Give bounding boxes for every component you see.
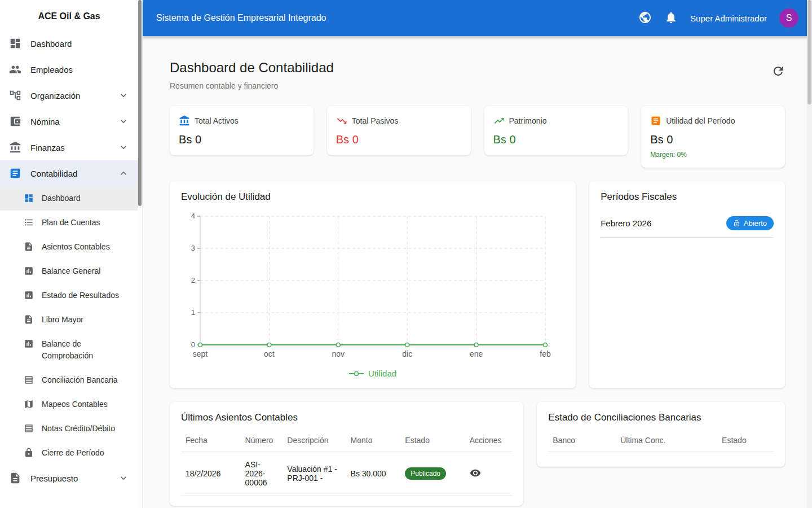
- list-icon: [24, 217, 34, 227]
- sidebar-item-finanzas[interactable]: Finanzas: [0, 134, 138, 160]
- sidebar-subitem-label: Plan de Cuentas: [42, 217, 100, 229]
- sidebar-item-presupuesto[interactable]: Presupuesto: [0, 465, 138, 491]
- dashboard-icon: [24, 193, 34, 203]
- refresh-button[interactable]: [771, 64, 785, 80]
- refresh-icon: [771, 64, 785, 80]
- document-icon: [24, 314, 34, 325]
- stat-value: Bs 0: [650, 133, 776, 146]
- map-icon: [24, 399, 34, 409]
- column-header-banco: Banco: [548, 431, 616, 452]
- sidebar-scrollbar-thumb[interactable]: [138, 0, 142, 206]
- chart-title: Evolución de Utilidad: [181, 191, 564, 203]
- table-row: 18/2/2026 ASI-2026-00006 Valuación #1 - …: [181, 452, 512, 496]
- stat-margin: Margen: 0%: [650, 151, 776, 159]
- people-icon: [9, 63, 21, 76]
- budget-icon: [9, 472, 21, 484]
- notifications-button[interactable]: [664, 11, 678, 26]
- status-badge: Publicado: [405, 467, 446, 480]
- sidebar-subitem-mapeos-contables[interactable]: Mapeos Contables: [0, 392, 138, 417]
- sidebar-subitem-conciliacion-bancaria[interactable]: Conciliación Bancaria: [0, 368, 138, 392]
- column-header-descripcion: Descripción: [283, 431, 346, 452]
- sidebar-subitem-balance-de-comprobacion[interactable]: Balance de Comprobación: [0, 332, 138, 368]
- cell-descripcion: Valuación #1 - PRJ-001 -: [283, 452, 346, 496]
- column-header-monto: Monto: [346, 431, 401, 452]
- chevron-down-icon: [118, 116, 129, 127]
- sidebar-item-nomina[interactable]: Nómina: [0, 108, 138, 134]
- bar-chart-icon: [24, 339, 34, 349]
- page-title: Dashboard de Contabilidad: [170, 60, 334, 76]
- fiscal-periods-title: Períodos Fiscales: [601, 191, 774, 203]
- sidebar-subitem-dashboard[interactable]: Dashboard: [0, 186, 138, 211]
- main-area: Sistema de Gestión Empresarial Integrado…: [143, 0, 812, 508]
- entries-header-row: Fecha Número Descripción Monto Estado Ac…: [181, 431, 512, 452]
- svg-text:1: 1: [191, 308, 195, 317]
- column-header-numero: Número: [241, 431, 283, 452]
- avatar-initial: S: [786, 13, 792, 23]
- lock-icon: [24, 448, 34, 458]
- language-globe-button[interactable]: [638, 11, 652, 26]
- reconciliation-title: Estado de Conciliaciones Bancarias: [548, 412, 774, 423]
- cell-estado: Publicado: [400, 452, 465, 496]
- sidebar-item-label: Presupuesto: [30, 474, 78, 483]
- sidebar-subitem-estado-de-resultados[interactable]: Estado de Resultados: [0, 283, 138, 308]
- chart-legend: Utilidad: [181, 369, 564, 378]
- svg-text:nov: nov: [332, 349, 345, 358]
- cell-monto: Bs 30.000: [346, 452, 401, 496]
- eye-icon: [470, 467, 481, 480]
- latest-entries-title: Últimos Asientos Contables: [181, 412, 512, 423]
- column-header-fecha: Fecha: [181, 431, 241, 452]
- svg-text:sept: sept: [193, 349, 208, 358]
- sidebar-subitem-asientos-contables[interactable]: Asientos Contables: [0, 235, 138, 259]
- entries-table: Fecha Número Descripción Monto Estado Ac…: [181, 431, 512, 496]
- stat-card-total-activos: Total Activos Bs 0: [170, 106, 314, 155]
- sidebar-subitem-notas-credito-debito[interactable]: Notas Crédito/Débito: [0, 417, 138, 441]
- stat-value: Bs 0: [179, 133, 304, 146]
- reconciliation-header-row: Banco Última Conc. Estado: [548, 431, 774, 452]
- sidebar-subitem-label: Balance de Comprobación: [42, 338, 121, 362]
- sidebar-subitem-plan-de-cuentas[interactable]: Plan de Cuentas: [0, 211, 138, 235]
- bank-icon: [179, 115, 190, 126]
- sidebar-item-dashboard[interactable]: Dashboard: [0, 30, 138, 56]
- sidebar-subitem-label: Balance General: [42, 265, 100, 277]
- globe-icon: [638, 11, 652, 26]
- avatar[interactable]: S: [779, 8, 798, 28]
- sidebar-subitem-label: Notas Crédito/Débito: [42, 423, 115, 435]
- latest-entries-card: Últimos Asientos Contables Fecha Número …: [170, 402, 523, 506]
- table-icon: [24, 423, 34, 433]
- sidebar-item-label: Empleados: [30, 65, 73, 75]
- sidebar-nav: Dashboard Empleados Organización Nómina: [0, 30, 138, 491]
- sidebar-item-organizacion[interactable]: Organización: [0, 82, 138, 108]
- svg-text:ene: ene: [470, 349, 483, 358]
- stat-card-total-pasivos: Total Pasivos Bs 0: [327, 106, 471, 155]
- period-open-badge-label: Abierto: [744, 219, 767, 227]
- column-header-ultima-conc: Última Conc.: [616, 431, 717, 452]
- cell-numero: ASI-2026-00006: [241, 452, 283, 496]
- column-header-acciones: Acciones: [465, 431, 513, 452]
- app-window: ACE Oil & Gas Dashboard Empleados Organi…: [0, 0, 812, 508]
- utility-evolution-card: Evolución de Utilidad 01234septoctnovdic…: [170, 181, 576, 388]
- sidebar-scrollbar[interactable]: [138, 0, 142, 508]
- sidebar-item-contabilidad[interactable]: Contabilidad: [0, 160, 138, 186]
- bar-chart-icon: [24, 266, 34, 276]
- sidebar-item-label: Organización: [30, 91, 80, 100]
- period-open-badge[interactable]: Abierto: [726, 216, 774, 230]
- fiscal-periods-card: Períodos Fiscales Febrero 2026 Abierto: [589, 181, 785, 388]
- page-content: Dashboard de Contabilidad Resumen contab…: [143, 36, 812, 508]
- window-scrollbar-thumb[interactable]: [807, 0, 811, 104]
- svg-text:3: 3: [191, 244, 195, 252]
- sidebar-item-empleados[interactable]: Empleados: [0, 56, 138, 82]
- document-icon: [24, 242, 34, 252]
- stat-label: Total Activos: [195, 116, 239, 125]
- sidebar-subitem-label: Asientos Contables: [42, 241, 110, 253]
- fiscal-period-row: Febrero 2026 Abierto: [601, 216, 774, 238]
- sidebar-subitem-cierre-de-periodo[interactable]: Cierre de Período: [0, 441, 138, 465]
- org-tree-icon: [9, 89, 21, 102]
- sidebar-subitem-balance-general[interactable]: Balance General: [0, 259, 138, 283]
- view-entry-button[interactable]: [470, 467, 481, 480]
- window-scrollbar[interactable]: [807, 0, 812, 508]
- trending-up-icon: [493, 115, 505, 126]
- chevron-down-icon: [118, 90, 129, 101]
- stat-card-utilidad: Utilidad del Período Bs 0 Margen: 0%: [641, 106, 785, 168]
- sidebar-subitem-libro-mayor[interactable]: Libro Mayor: [0, 308, 138, 332]
- cell-acciones: [465, 452, 513, 496]
